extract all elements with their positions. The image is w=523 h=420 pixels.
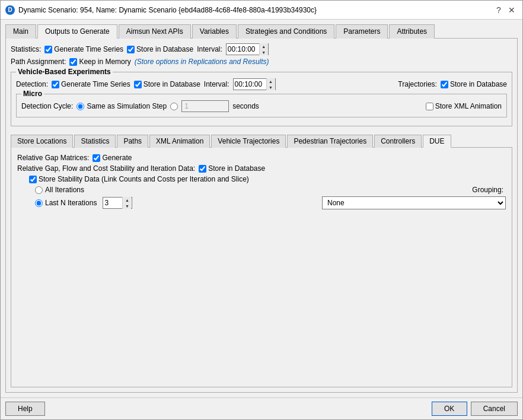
same-as-sim-radio[interactable]: [76, 103, 84, 110]
detection-interval-spinner: ▲ ▼: [266, 78, 275, 90]
inner-tab-statistics[interactable]: Statistics: [74, 135, 116, 148]
window-controls: ? ✕: [493, 4, 518, 16]
all-iterations-radio[interactable]: [35, 186, 43, 194]
keep-in-memory-cb-wrapper[interactable]: Keep in Memory: [69, 58, 130, 66]
detection-cycle-label: Detection Cycle:: [21, 102, 73, 110]
detection-interval-down[interactable]: ▼: [267, 84, 275, 90]
tab-main[interactable]: Main: [5, 24, 36, 39]
micro-detection-row: Detection Cycle: Same as Simulation Step…: [21, 100, 502, 112]
detection-interval-field[interactable]: [234, 79, 266, 90]
grouping-select[interactable]: None By Group By Zone: [322, 196, 506, 209]
det-generate-ts-wrapper[interactable]: Generate Time Series: [52, 80, 130, 88]
statistics-interval-input[interactable]: ▲ ▼: [226, 43, 269, 55]
store-xml-wrapper[interactable]: Store XML Animation: [426, 102, 502, 110]
app-icon: D: [5, 5, 15, 15]
generate-checkbox[interactable]: [93, 154, 100, 162]
tab-variables[interactable]: Variables: [192, 24, 237, 39]
store-stability-wrapper[interactable]: Store Stability Data (Link Counts and Co…: [29, 175, 249, 183]
statistics-interval-down[interactable]: ▼: [260, 49, 268, 55]
help-button[interactable]: ?: [493, 4, 505, 16]
cancel-button[interactable]: Cancel: [471, 402, 518, 416]
outputs-tab-content: Statistics: Generate Time Series Store i…: [5, 39, 518, 393]
det-interval-label: Interval:: [204, 80, 229, 88]
tab-apis[interactable]: Aimsun Next APIs: [119, 24, 191, 39]
generate-time-series-checkbox[interactable]: [44, 46, 52, 53]
trajectories-label: Trajectories:: [398, 80, 437, 88]
custom-radio-wrapper[interactable]: [170, 103, 178, 110]
inner-tab-pedestrian-trajectories[interactable]: Pedestrian Trajectories: [287, 135, 373, 148]
path-assignment-row: Path Assignment: Keep in Memory (Store o…: [11, 58, 512, 66]
interval-label: Interval:: [197, 45, 222, 53]
detection-interval-up[interactable]: ▲: [267, 78, 275, 84]
store-stability-checkbox[interactable]: [29, 176, 37, 183]
inner-tabs-bar: Store Locations Statistics Paths XML Ani…: [11, 135, 512, 148]
last-n-down[interactable]: ▼: [123, 203, 131, 209]
tab-attributes[interactable]: Attributes: [389, 24, 435, 39]
all-iterations-radio-wrapper[interactable]: All Iterations: [35, 186, 84, 194]
inner-tab-controllers[interactable]: Controllers: [374, 135, 422, 148]
tab-outputs[interactable]: Outputs to Generate: [37, 24, 117, 39]
last-n-radio[interactable]: [35, 199, 43, 207]
rgf-store-db-wrapper[interactable]: Store in Database: [199, 164, 265, 173]
generate-cb-wrapper[interactable]: Generate: [93, 154, 132, 162]
last-n-input-wrap[interactable]: ▲ ▼: [103, 197, 132, 209]
last-n-input[interactable]: [103, 198, 122, 208]
main-tabs-bar: Main Outputs to Generate Aimsun Next API…: [5, 24, 518, 39]
inner-tab-vehicle-trajectories[interactable]: Vehicle Trajectories: [211, 135, 286, 148]
same-as-sim-radio-wrapper[interactable]: Same as Simulation Step: [76, 102, 167, 110]
store-options-note: (Store options in Replications and Resul…: [135, 58, 269, 66]
rgf-store-db-checkbox[interactable]: [199, 165, 206, 173]
due-tab-content: Relative Gap Matrices: Generate Relative…: [11, 148, 512, 387]
tab-strategies[interactable]: Strategies and Conditions: [238, 24, 334, 39]
main-window: D Dynamic Scenario: 954, Name: Dynamic S…: [0, 0, 523, 420]
inner-tab-due[interactable]: DUE: [423, 135, 451, 148]
statistics-interval-field[interactable]: [227, 44, 259, 55]
title-bar: D Dynamic Scenario: 954, Name: Dynamic S…: [1, 1, 522, 20]
statistics-row: Statistics: Generate Time Series Store i…: [11, 43, 512, 55]
custom-radio[interactable]: [170, 103, 178, 110]
last-n-row: Last N Iterations ▲ ▼ None By Group By Z…: [35, 196, 506, 209]
relative-gap-label: Relative Gap Matrices:: [17, 154, 89, 162]
statistics-interval-spinner: ▲ ▼: [259, 43, 268, 55]
grouping-label: Grouping:: [472, 186, 503, 194]
store-in-database-label: Store in Database: [136, 45, 193, 53]
tab-parameters[interactable]: Parameters: [336, 24, 388, 39]
store-stability-label: Store Stability Data (Link Counts and Co…: [39, 175, 249, 183]
all-iterations-label: All Iterations: [45, 186, 84, 194]
last-n-up[interactable]: ▲: [123, 197, 131, 203]
last-n-spinner: ▲ ▼: [122, 197, 131, 209]
custom-seconds-input[interactable]: [181, 100, 229, 112]
vehicle-group-box: Vehicle-Based Experiments Detection: Gen…: [11, 72, 512, 126]
store-stability-row: Store Stability Data (Link Counts and Co…: [29, 175, 506, 183]
traj-store-db-wrapper[interactable]: Store in Database: [441, 80, 507, 88]
relative-gap-row: Relative Gap Matrices: Generate: [17, 154, 506, 162]
det-generate-ts-checkbox[interactable]: [52, 81, 59, 88]
ok-button[interactable]: OK: [432, 402, 467, 416]
path-assignment-label: Path Assignment:: [11, 58, 66, 66]
window-title: Dynamic Scenario: 954, Name: Dynamic Sce…: [18, 6, 493, 14]
statistics-interval-up[interactable]: ▲: [260, 43, 268, 49]
last-n-radio-wrapper[interactable]: Last N Iterations: [35, 199, 97, 207]
det-store-db-wrapper[interactable]: Store in Database: [134, 80, 200, 88]
relative-gap-flow-row: Relative Gap, Flow and Cost Stability an…: [17, 164, 506, 173]
detection-row: Detection: Generate Time Series Store in…: [16, 78, 507, 90]
store-xml-checkbox[interactable]: [426, 103, 433, 110]
keep-in-memory-label: Keep in Memory: [79, 58, 130, 66]
store-in-database-checkbox[interactable]: [127, 46, 135, 53]
close-button[interactable]: ✕: [506, 4, 518, 16]
det-store-db-checkbox[interactable]: [134, 81, 142, 88]
detection-interval-input[interactable]: ▲ ▼: [233, 78, 276, 90]
inner-tab-xml-animation[interactable]: XML Animation: [149, 135, 210, 148]
traj-store-db-checkbox[interactable]: [441, 81, 448, 88]
inner-tab-paths[interactable]: Paths: [117, 135, 148, 148]
store-in-database-cb-wrapper[interactable]: Store in Database: [127, 45, 193, 53]
keep-in-memory-checkbox[interactable]: [69, 58, 77, 66]
inner-tab-store-locations[interactable]: Store Locations: [11, 135, 73, 148]
help-bottom-button[interactable]: Help: [5, 402, 45, 416]
det-store-db-label: Store in Database: [143, 80, 200, 88]
generate-time-series-cb-wrapper[interactable]: Generate Time Series: [44, 45, 123, 53]
content-area: Main Outputs to Generate Aimsun Next API…: [1, 20, 522, 397]
last-n-label: Last N Iterations: [45, 199, 97, 207]
all-iterations-row: All Iterations Grouping:: [35, 186, 506, 194]
micro-group-box: Micro Detection Cycle: Same as Simulatio…: [16, 94, 507, 117]
